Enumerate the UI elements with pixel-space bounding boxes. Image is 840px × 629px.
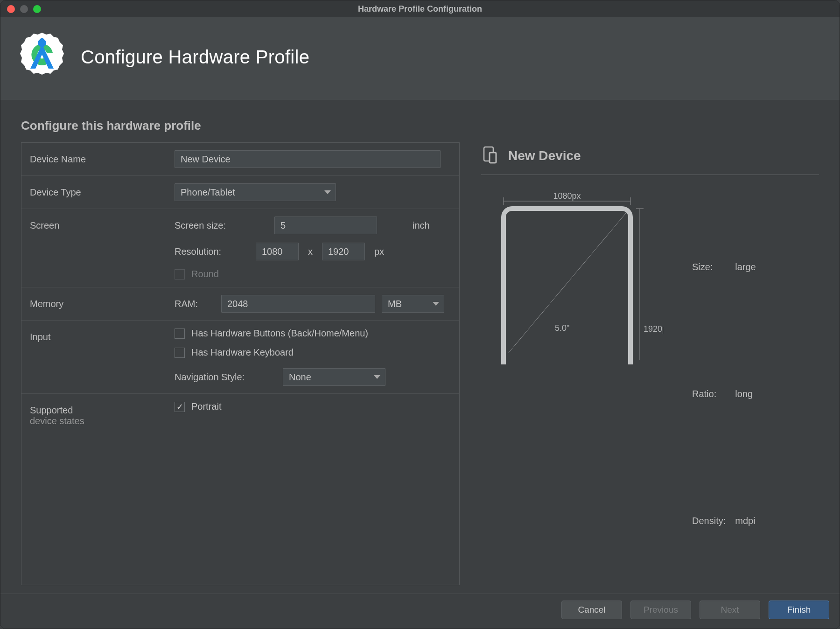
resolution-height-input[interactable]	[322, 243, 365, 260]
screen-size-input[interactable]	[274, 217, 377, 234]
preview-height-label: 1920px	[644, 324, 663, 334]
header: Configure Hardware Profile	[0, 17, 840, 100]
label-screen: Screen	[30, 217, 175, 231]
label-res-unit: px	[374, 246, 384, 257]
resolution-width-input[interactable]	[256, 243, 299, 260]
subheading: Configure this hardware profile	[0, 100, 840, 142]
minimize-window-icon[interactable]	[20, 5, 28, 13]
round-checkbox	[175, 269, 185, 280]
preview-width-label: 1080px	[553, 192, 581, 201]
cancel-button[interactable]: Cancel	[561, 601, 622, 619]
hw-buttons-checkbox[interactable]	[175, 328, 185, 339]
titlebar: Hardware Profile Configuration	[0, 0, 840, 17]
label-hw-buttons: Has Hardware Buttons (Back/Home/Menu)	[191, 328, 368, 339]
label-device-type: Device Type	[30, 183, 175, 198]
label-device-states: Supported device states	[30, 401, 175, 426]
window: Hardware Profile Configuration Configure…	[0, 0, 840, 629]
label-device-name: Device Name	[30, 150, 175, 165]
spec-ratio-value: long	[735, 331, 759, 457]
label-portrait: Portrait	[191, 401, 221, 412]
spec-size-value: large	[735, 204, 759, 330]
spec-density-label: Density:	[692, 458, 734, 584]
window-title: Hardware Profile Configuration	[0, 4, 840, 14]
traffic-lights	[7, 5, 41, 13]
content: Device Name Device Type Phone/Tablet	[0, 142, 840, 594]
device-preview-illustration: 1080px 5.0" 1920px	[481, 192, 663, 585]
spec-size-label: Size:	[692, 204, 734, 330]
label-screen-unit: inch	[413, 220, 430, 231]
spec-ratio-label: Ratio:	[692, 331, 734, 457]
body: Configure this hardware profile Device N…	[0, 100, 840, 594]
preview-diag-label: 5.0"	[555, 323, 569, 333]
portrait-checkbox[interactable]	[175, 402, 185, 412]
label-hw-keyboard: Has Hardware Keyboard	[191, 347, 294, 358]
ram-input[interactable]	[221, 295, 375, 313]
label-ram: RAM:	[175, 299, 215, 309]
chevron-down-icon	[374, 375, 380, 379]
ram-unit-value: MB	[388, 299, 402, 309]
label-screen-size: Screen size:	[175, 220, 268, 231]
svg-rect-1	[41, 38, 43, 42]
label-nav-style: Navigation Style:	[175, 372, 276, 383]
row-device-type: Device Type Phone/Tablet	[21, 176, 459, 209]
preview-panel: New Device 1080px	[481, 142, 819, 585]
footer: Cancel Previous Next Finish	[0, 594, 840, 629]
svg-rect-8	[504, 209, 630, 364]
row-screen: Screen Screen size: inch Resolution: x	[21, 209, 459, 287]
row-device-name: Device Name	[21, 143, 459, 176]
close-window-icon[interactable]	[7, 5, 15, 13]
label-input: Input	[30, 328, 175, 342]
svg-rect-3	[490, 153, 496, 163]
header-title: Configure Hardware Profile	[81, 47, 309, 68]
label-x: x	[305, 246, 315, 257]
spec-density-value: mdpi	[735, 458, 759, 584]
preview-spec-table: Size: large Ratio: long Density: mdpi	[691, 203, 761, 585]
row-memory: Memory RAM: MB	[21, 287, 459, 321]
android-studio-icon	[16, 30, 68, 84]
row-input: Input Has Hardware Buttons (Back/Home/Me…	[21, 321, 459, 394]
previous-button[interactable]: Previous	[630, 601, 691, 619]
device-name-input[interactable]	[175, 150, 441, 168]
row-device-states: Supported device states Portrait	[21, 394, 459, 434]
preview-title: New Device	[508, 148, 581, 163]
label-memory: Memory	[30, 295, 175, 309]
ram-unit-select[interactable]: MB	[382, 295, 444, 313]
chevron-down-icon	[433, 302, 439, 306]
device-icon	[481, 145, 500, 166]
finish-button[interactable]: Finish	[769, 601, 829, 619]
next-button[interactable]: Next	[700, 601, 760, 619]
nav-style-select[interactable]: None	[283, 368, 385, 386]
device-type-value: Phone/Tablet	[181, 187, 235, 198]
chevron-down-icon	[324, 190, 331, 194]
device-type-select[interactable]: Phone/Tablet	[175, 183, 336, 201]
label-round: Round	[191, 269, 219, 280]
fullscreen-window-icon[interactable]	[33, 5, 41, 13]
label-resolution: Resolution:	[175, 246, 249, 257]
hw-keyboard-checkbox[interactable]	[175, 348, 185, 358]
nav-style-value: None	[289, 372, 311, 383]
form-panel: Device Name Device Type Phone/Tablet	[21, 142, 460, 585]
